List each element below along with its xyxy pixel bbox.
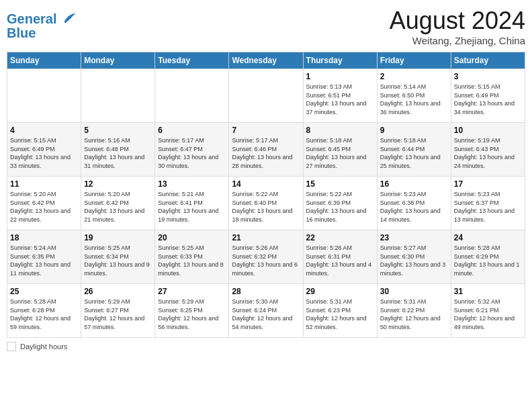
calendar-cell (81, 69, 155, 123)
calendar-body: 1Sunrise: 5:13 AM Sunset: 6:51 PM Daylig… (7, 69, 525, 338)
day-info: Sunrise: 5:14 AM Sunset: 6:50 PM Dayligh… (380, 83, 448, 116)
calendar-cell: 9Sunrise: 5:18 AM Sunset: 6:44 PM Daylig… (377, 123, 451, 177)
day-info: Sunrise: 5:23 AM Sunset: 6:38 PM Dayligh… (380, 190, 448, 224)
calendar-table: SundayMondayTuesdayWednesdayThursdayFrid… (7, 52, 525, 338)
day-info: Sunrise: 5:31 AM Sunset: 6:23 PM Dayligh… (306, 298, 374, 331)
calendar-cell: 6Sunrise: 5:17 AM Sunset: 6:47 PM Daylig… (155, 123, 229, 177)
calendar-cell: 26Sunrise: 5:29 AM Sunset: 6:27 PM Dayli… (81, 284, 155, 338)
location: Weitang, Zhejiang, China (390, 35, 525, 46)
calendar-cell: 12Sunrise: 5:20 AM Sunset: 6:42 PM Dayli… (81, 177, 155, 230)
day-info: Sunrise: 5:30 AM Sunset: 6:24 PM Dayligh… (232, 298, 300, 331)
day-info: Sunrise: 5:25 AM Sunset: 6:34 PM Dayligh… (84, 244, 152, 277)
day-number: 22 (306, 233, 374, 242)
daylight-label: Daylight hours (20, 342, 67, 351)
day-info: Sunrise: 5:17 AM Sunset: 6:47 PM Dayligh… (158, 136, 226, 170)
calendar-cell: 25Sunrise: 5:28 AM Sunset: 6:28 PM Dayli… (7, 284, 81, 338)
day-number: 26 (84, 287, 152, 296)
day-info: Sunrise: 5:21 AM Sunset: 6:41 PM Dayligh… (158, 190, 226, 224)
calendar-cell (7, 69, 81, 123)
day-number: 29 (306, 287, 374, 296)
day-info: Sunrise: 5:22 AM Sunset: 6:40 PM Dayligh… (232, 190, 300, 224)
calendar-cell: 3Sunrise: 5:15 AM Sunset: 6:49 PM Daylig… (451, 69, 525, 123)
day-header-monday: Monday (81, 52, 155, 69)
calendar-cell: 24Sunrise: 5:28 AM Sunset: 6:29 PM Dayli… (451, 230, 525, 284)
day-info: Sunrise: 5:31 AM Sunset: 6:22 PM Dayligh… (380, 298, 448, 331)
day-info: Sunrise: 5:28 AM Sunset: 6:29 PM Dayligh… (454, 244, 522, 277)
day-number: 1 (306, 72, 374, 81)
calendar-cell: 28Sunrise: 5:30 AM Sunset: 6:24 PM Dayli… (229, 284, 303, 338)
day-info: Sunrise: 5:23 AM Sunset: 6:37 PM Dayligh… (454, 190, 522, 224)
calendar-cell: 5Sunrise: 5:16 AM Sunset: 6:48 PM Daylig… (81, 123, 155, 177)
day-number: 7 (232, 126, 300, 135)
day-number: 28 (232, 287, 300, 296)
week-row-2: 4Sunrise: 5:15 AM Sunset: 6:49 PM Daylig… (7, 123, 525, 177)
day-number: 10 (454, 126, 522, 135)
day-info: Sunrise: 5:20 AM Sunset: 6:42 PM Dayligh… (10, 190, 78, 224)
day-info: Sunrise: 5:18 AM Sunset: 6:44 PM Dayligh… (380, 136, 448, 170)
day-number: 15 (306, 179, 374, 189)
day-info: Sunrise: 5:29 AM Sunset: 6:25 PM Dayligh… (158, 298, 226, 331)
day-number: 19 (84, 233, 152, 242)
day-info: Sunrise: 5:17 AM Sunset: 6:46 PM Dayligh… (232, 136, 300, 170)
calendar-cell: 16Sunrise: 5:23 AM Sunset: 6:38 PM Dayli… (377, 177, 451, 230)
day-info: Sunrise: 5:25 AM Sunset: 6:33 PM Dayligh… (158, 244, 226, 277)
day-info: Sunrise: 5:24 AM Sunset: 6:35 PM Dayligh… (10, 244, 78, 277)
day-header-sunday: Sunday (7, 52, 81, 69)
day-info: Sunrise: 5:15 AM Sunset: 6:49 PM Dayligh… (10, 136, 78, 170)
day-header-saturday: Saturday (451, 52, 525, 69)
day-header-friday: Friday (377, 52, 451, 69)
day-info: Sunrise: 5:26 AM Sunset: 6:32 PM Dayligh… (232, 244, 300, 277)
day-info: Sunrise: 5:16 AM Sunset: 6:48 PM Dayligh… (84, 136, 152, 170)
week-row-5: 25Sunrise: 5:28 AM Sunset: 6:28 PM Dayli… (7, 284, 525, 338)
day-number: 14 (232, 179, 300, 189)
calendar-cell: 23Sunrise: 5:27 AM Sunset: 6:30 PM Dayli… (377, 230, 451, 284)
logo-bird-icon (59, 9, 78, 28)
week-row-1: 1Sunrise: 5:13 AM Sunset: 6:51 PM Daylig… (7, 69, 525, 123)
day-number: 6 (158, 126, 226, 135)
logo-text: General (7, 11, 56, 26)
calendar-cell (155, 69, 229, 123)
day-number: 3 (454, 72, 522, 81)
calendar-cell: 2Sunrise: 5:14 AM Sunset: 6:50 PM Daylig… (377, 69, 451, 123)
calendar-cell: 4Sunrise: 5:15 AM Sunset: 6:49 PM Daylig… (7, 123, 81, 177)
calendar-cell: 19Sunrise: 5:25 AM Sunset: 6:34 PM Dayli… (81, 230, 155, 284)
week-row-3: 11Sunrise: 5:20 AM Sunset: 6:42 PM Dayli… (7, 177, 525, 230)
calendar-cell: 10Sunrise: 5:19 AM Sunset: 6:43 PM Dayli… (451, 123, 525, 177)
day-number: 2 (380, 72, 448, 81)
calendar-cell: 13Sunrise: 5:21 AM Sunset: 6:41 PM Dayli… (155, 177, 229, 230)
calendar-cell: 14Sunrise: 5:22 AM Sunset: 6:40 PM Dayli… (229, 177, 303, 230)
calendar-cell: 22Sunrise: 5:26 AM Sunset: 6:31 PM Dayli… (303, 230, 377, 284)
day-number: 31 (454, 287, 522, 296)
day-info: Sunrise: 5:15 AM Sunset: 6:49 PM Dayligh… (454, 83, 522, 116)
day-header-wednesday: Wednesday (229, 52, 303, 69)
week-row-4: 18Sunrise: 5:24 AM Sunset: 6:35 PM Dayli… (7, 230, 525, 284)
calendar-cell: 17Sunrise: 5:23 AM Sunset: 6:37 PM Dayli… (451, 177, 525, 230)
month-year: August 2024 (390, 7, 525, 35)
calendar-cell (229, 69, 303, 123)
day-number: 24 (454, 233, 522, 242)
day-number: 4 (10, 126, 78, 135)
day-number: 12 (84, 179, 152, 189)
day-info: Sunrise: 5:18 AM Sunset: 6:45 PM Dayligh… (306, 136, 374, 170)
calendar-cell: 20Sunrise: 5:25 AM Sunset: 6:33 PM Dayli… (155, 230, 229, 284)
day-info: Sunrise: 5:29 AM Sunset: 6:27 PM Dayligh… (84, 298, 152, 331)
day-info: Sunrise: 5:26 AM Sunset: 6:31 PM Dayligh… (306, 244, 374, 277)
calendar-header: SundayMondayTuesdayWednesdayThursdayFrid… (7, 52, 525, 69)
title-block: August 2024 Weitang, Zhejiang, China (390, 7, 525, 46)
footer: Daylight hours (7, 342, 525, 351)
calendar-cell: 30Sunrise: 5:31 AM Sunset: 6:22 PM Dayli… (377, 284, 451, 338)
calendar-cell: 27Sunrise: 5:29 AM Sunset: 6:25 PM Dayli… (155, 284, 229, 338)
day-info: Sunrise: 5:32 AM Sunset: 6:21 PM Dayligh… (454, 298, 522, 331)
day-header-thursday: Thursday (303, 52, 377, 69)
day-info: Sunrise: 5:20 AM Sunset: 6:42 PM Dayligh… (84, 190, 152, 224)
day-number: 18 (10, 233, 78, 242)
calendar-cell: 31Sunrise: 5:32 AM Sunset: 6:21 PM Dayli… (451, 284, 525, 338)
daylight-box (7, 342, 16, 351)
day-info: Sunrise: 5:19 AM Sunset: 6:43 PM Dayligh… (454, 136, 522, 170)
day-number: 9 (380, 126, 448, 135)
day-number: 20 (158, 233, 226, 242)
day-info: Sunrise: 5:13 AM Sunset: 6:51 PM Dayligh… (306, 83, 374, 116)
day-number: 21 (232, 233, 300, 242)
day-number: 16 (380, 179, 448, 189)
calendar-cell: 15Sunrise: 5:22 AM Sunset: 6:39 PM Dayli… (303, 177, 377, 230)
